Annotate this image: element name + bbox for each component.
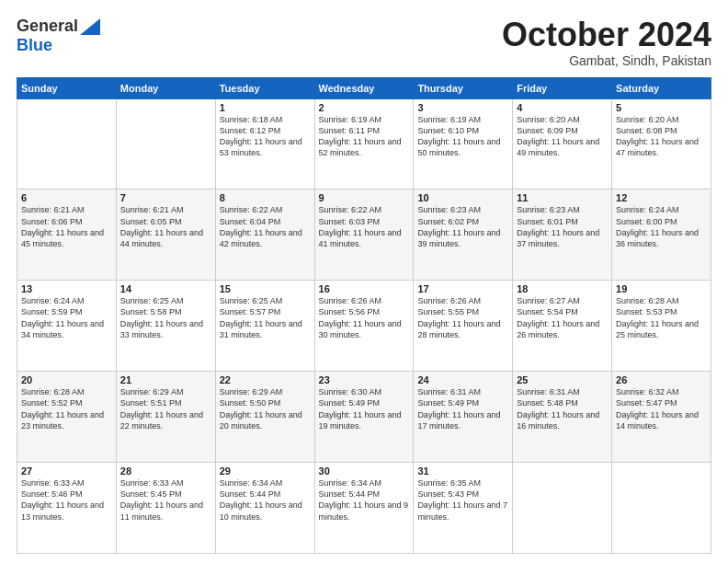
day-number: 23 <box>319 374 410 385</box>
day-info: Sunrise: 6:34 AM Sunset: 5:44 PM Dayligh… <box>319 477 410 523</box>
day-number: 22 <box>220 374 311 385</box>
calendar-day-header: Thursday <box>414 77 513 98</box>
day-info: Sunrise: 6:29 AM Sunset: 5:51 PM Dayligh… <box>120 386 211 431</box>
day-number: 7 <box>120 192 211 203</box>
svg-marker-0 <box>80 18 100 35</box>
day-info: Sunrise: 6:31 AM Sunset: 5:48 PM Dayligh… <box>517 386 608 431</box>
calendar-table: SundayMondayTuesdayWednesdayThursdayFrid… <box>17 77 711 554</box>
day-info: Sunrise: 6:20 AM Sunset: 6:09 PM Dayligh… <box>517 114 608 159</box>
calendar-day-header: Wednesday <box>314 77 414 98</box>
day-number: 5 <box>616 102 707 113</box>
day-info: Sunrise: 6:24 AM Sunset: 6:00 PM Dayligh… <box>616 204 707 249</box>
logo-icon <box>80 18 100 35</box>
day-info: Sunrise: 6:27 AM Sunset: 5:54 PM Dayligh… <box>517 295 608 340</box>
day-number: 29 <box>220 465 311 477</box>
day-info: Sunrise: 6:19 AM Sunset: 6:11 PM Dayligh… <box>319 114 410 159</box>
calendar-cell: 17Sunrise: 6:26 AM Sunset: 5:55 PM Dayli… <box>414 281 513 372</box>
calendar-cell <box>513 463 612 554</box>
calendar-cell <box>17 98 117 190</box>
day-number: 20 <box>21 374 112 385</box>
day-number: 9 <box>319 192 410 203</box>
day-number: 27 <box>21 465 112 477</box>
day-info: Sunrise: 6:20 AM Sunset: 6:08 PM Dayligh… <box>616 114 707 159</box>
day-info: Sunrise: 6:28 AM Sunset: 5:53 PM Dayligh… <box>616 295 707 340</box>
calendar-cell: 8Sunrise: 6:22 AM Sunset: 6:04 PM Daylig… <box>215 190 314 281</box>
calendar-cell: 11Sunrise: 6:23 AM Sunset: 6:01 PM Dayli… <box>513 190 612 281</box>
calendar-cell: 15Sunrise: 6:25 AM Sunset: 5:57 PM Dayli… <box>215 281 314 372</box>
day-info: Sunrise: 6:32 AM Sunset: 5:47 PM Dayligh… <box>616 386 707 431</box>
day-info: Sunrise: 6:22 AM Sunset: 6:04 PM Dayligh… <box>220 204 311 249</box>
page: General Blue October 2024 Gambat, Sindh,… <box>0 0 728 563</box>
day-number: 24 <box>417 374 508 385</box>
day-number: 15 <box>220 283 311 294</box>
calendar-cell: 29Sunrise: 6:34 AM Sunset: 5:44 PM Dayli… <box>215 463 314 554</box>
calendar-cell: 30Sunrise: 6:34 AM Sunset: 5:44 PM Dayli… <box>314 463 414 554</box>
day-number: 28 <box>120 465 211 477</box>
day-number: 25 <box>517 374 608 385</box>
day-info: Sunrise: 6:18 AM Sunset: 6:12 PM Dayligh… <box>220 114 311 159</box>
day-number: 8 <box>220 192 311 203</box>
day-info: Sunrise: 6:34 AM Sunset: 5:44 PM Dayligh… <box>220 477 311 523</box>
title-area: October 2024 Gambat, Sindh, Pakistan <box>502 17 711 68</box>
day-number: 18 <box>517 283 608 294</box>
calendar-week-row: 13Sunrise: 6:24 AM Sunset: 5:59 PM Dayli… <box>17 281 711 372</box>
calendar-cell: 23Sunrise: 6:30 AM Sunset: 5:49 PM Dayli… <box>314 372 414 463</box>
logo: General Blue <box>17 17 100 55</box>
day-info: Sunrise: 6:21 AM Sunset: 6:05 PM Dayligh… <box>120 204 211 249</box>
day-info: Sunrise: 6:31 AM Sunset: 5:49 PM Dayligh… <box>417 386 508 431</box>
calendar-cell: 20Sunrise: 6:28 AM Sunset: 5:52 PM Dayli… <box>17 372 117 463</box>
day-number: 13 <box>21 283 112 294</box>
day-number: 26 <box>616 374 707 385</box>
calendar-day-header: Monday <box>116 77 215 98</box>
calendar-cell: 18Sunrise: 6:27 AM Sunset: 5:54 PM Dayli… <box>513 281 612 372</box>
calendar-cell: 3Sunrise: 6:19 AM Sunset: 6:10 PM Daylig… <box>414 98 513 190</box>
calendar-cell: 6Sunrise: 6:21 AM Sunset: 6:06 PM Daylig… <box>17 190 117 281</box>
day-info: Sunrise: 6:25 AM Sunset: 5:58 PM Dayligh… <box>120 295 211 340</box>
calendar-cell: 5Sunrise: 6:20 AM Sunset: 6:08 PM Daylig… <box>612 98 711 190</box>
calendar-cell: 10Sunrise: 6:23 AM Sunset: 6:02 PM Dayli… <box>414 190 513 281</box>
day-number: 19 <box>616 283 707 294</box>
calendar-cell: 21Sunrise: 6:29 AM Sunset: 5:51 PM Dayli… <box>116 372 215 463</box>
month-title: October 2024 <box>502 17 711 53</box>
day-number: 12 <box>616 192 707 203</box>
calendar-cell: 9Sunrise: 6:22 AM Sunset: 6:03 PM Daylig… <box>314 190 414 281</box>
calendar-week-row: 27Sunrise: 6:33 AM Sunset: 5:46 PM Dayli… <box>17 463 711 554</box>
calendar-cell: 12Sunrise: 6:24 AM Sunset: 6:00 PM Dayli… <box>612 190 711 281</box>
day-info: Sunrise: 6:22 AM Sunset: 6:03 PM Dayligh… <box>319 204 410 249</box>
day-info: Sunrise: 6:33 AM Sunset: 5:46 PM Dayligh… <box>21 477 112 523</box>
calendar-cell: 14Sunrise: 6:25 AM Sunset: 5:58 PM Dayli… <box>116 281 215 372</box>
calendar-cell: 22Sunrise: 6:29 AM Sunset: 5:50 PM Dayli… <box>215 372 314 463</box>
calendar-day-header: Friday <box>513 77 612 98</box>
day-number: 21 <box>120 374 211 385</box>
day-number: 3 <box>417 102 508 113</box>
day-info: Sunrise: 6:24 AM Sunset: 5:59 PM Dayligh… <box>21 295 112 340</box>
day-number: 14 <box>120 283 211 294</box>
day-number: 17 <box>417 283 508 294</box>
calendar-day-header: Saturday <box>612 77 711 98</box>
header: General Blue October 2024 Gambat, Sindh,… <box>17 17 711 68</box>
day-number: 6 <box>21 192 112 203</box>
day-number: 16 <box>319 283 410 294</box>
calendar-cell: 7Sunrise: 6:21 AM Sunset: 6:05 PM Daylig… <box>116 190 215 281</box>
day-info: Sunrise: 6:26 AM Sunset: 5:56 PM Dayligh… <box>319 295 410 340</box>
calendar-week-row: 1Sunrise: 6:18 AM Sunset: 6:12 PM Daylig… <box>17 98 711 190</box>
day-info: Sunrise: 6:35 AM Sunset: 5:43 PM Dayligh… <box>417 477 508 523</box>
location: Gambat, Sindh, Pakistan <box>502 53 711 68</box>
day-number: 31 <box>417 465 508 477</box>
day-number: 2 <box>319 102 410 113</box>
calendar-cell: 19Sunrise: 6:28 AM Sunset: 5:53 PM Dayli… <box>612 281 711 372</box>
calendar-week-row: 6Sunrise: 6:21 AM Sunset: 6:06 PM Daylig… <box>17 190 711 281</box>
day-info: Sunrise: 6:25 AM Sunset: 5:57 PM Dayligh… <box>220 295 311 340</box>
day-info: Sunrise: 6:28 AM Sunset: 5:52 PM Dayligh… <box>21 386 112 431</box>
logo-blue-text: Blue <box>17 36 52 54</box>
day-number: 30 <box>319 465 410 477</box>
day-info: Sunrise: 6:26 AM Sunset: 5:55 PM Dayligh… <box>417 295 508 340</box>
calendar-day-header: Tuesday <box>215 77 314 98</box>
day-number: 11 <box>517 192 608 203</box>
day-info: Sunrise: 6:30 AM Sunset: 5:49 PM Dayligh… <box>319 386 410 431</box>
calendar-cell: 28Sunrise: 6:33 AM Sunset: 5:45 PM Dayli… <box>116 463 215 554</box>
calendar-cell: 16Sunrise: 6:26 AM Sunset: 5:56 PM Dayli… <box>314 281 414 372</box>
day-number: 4 <box>517 102 608 113</box>
calendar-cell: 4Sunrise: 6:20 AM Sunset: 6:09 PM Daylig… <box>513 98 612 190</box>
calendar-cell: 2Sunrise: 6:19 AM Sunset: 6:11 PM Daylig… <box>314 98 414 190</box>
